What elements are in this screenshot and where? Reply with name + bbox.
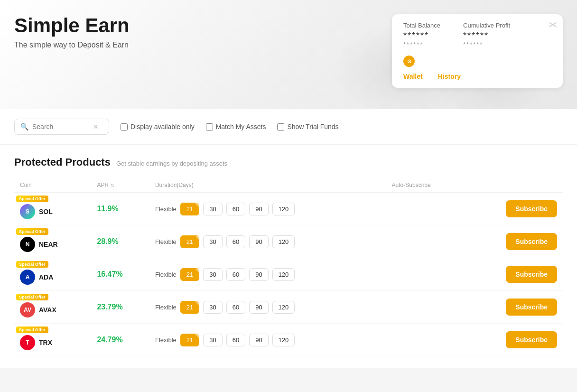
table-row: Special Offer AV AVAX 23.79% Flexible213… [14,291,563,324]
search-input[interactable] [32,123,89,131]
display-available-filter[interactable]: Display available only [121,123,195,131]
search-icon: 🔍 [20,123,28,131]
apr-cell: 23.79% [91,291,149,324]
subscribe-button[interactable]: Subscribe [506,233,557,250]
cumulative-profit: Cumulative Profit ****** ****** [463,22,510,48]
duration-btn-30[interactable]: 30 [203,268,222,281]
subscribe-button[interactable]: Subscribe [506,331,557,348]
duration-btn-60[interactable]: 60 [226,235,245,248]
duration-buttons: Flexible21306090120 [155,203,381,215]
match-assets-filter[interactable]: Match My Assets [206,123,266,131]
duration-btn-30[interactable]: 30 [203,203,222,215]
duration-btn-60[interactable]: 60 [226,203,245,215]
auto-subscribe-header[interactable]: Auto-Subscribe [386,178,465,193]
table-row: Special Offer T TRX 24.79% Flexible21306… [14,324,563,356]
wallet-button[interactable]: Wallet [403,73,423,80]
special-offer-badge: Special Offer [16,228,48,235]
coin-avatar: T [20,335,35,350]
duration-btn-90[interactable]: 90 [249,203,268,215]
balance-card: Total Balance ****** ****** Cumulative P… [392,14,563,88]
balance-row: Total Balance ****** ****** Cumulative P… [403,22,551,48]
apr-cell: 11.9% [91,193,149,225]
duration-btn-90[interactable]: 90 [249,301,268,314]
special-offer-badge: Special Offer [16,196,48,202]
duration-btn-120[interactable]: 120 [272,268,295,281]
duration-btn-90[interactable]: 90 [249,334,268,346]
coin-name: ADA [39,273,53,281]
subscribe-cell: Subscribe [465,225,563,258]
coin-cell: Special Offer T TRX [14,324,91,356]
special-offer-badge: Special Offer [16,261,48,268]
duration-buttons: Flexible21306090120 [155,235,381,248]
show-trial-checkbox[interactable] [277,123,284,131]
apr-value: 28.9% [97,237,118,245]
apr-value: 16.47% [97,270,122,278]
duration-btn-21[interactable]: 21 [180,334,199,346]
main-content: Protected Products Get stable earnings b… [0,145,577,368]
match-assets-checkbox[interactable] [206,123,213,131]
flexible-label: Flexible [155,336,177,344]
balance-actions: Wallet History [403,73,551,80]
cumulative-profit-stars: ****** [463,31,510,41]
duration-buttons: Flexible21306090120 [155,301,381,314]
coin-avatar: S [20,204,35,219]
duration-btn-21[interactable]: 21 [180,203,199,215]
subscribe-button[interactable]: Subscribe [506,299,557,316]
section-header: Protected Products Get stable earnings b… [14,156,563,168]
sort-icon[interactable]: ⇅ [111,183,114,188]
search-box: 🔍 ✕ [14,119,109,135]
cumulative-profit-label: Cumulative Profit [463,22,510,29]
subscribe-button[interactable]: Subscribe [506,200,557,217]
duration-btn-21[interactable]: 21 [180,268,199,281]
apr-value: 24.79% [97,336,122,344]
subscribe-cell: Subscribe [465,324,563,356]
coin-avatar: A [20,270,35,285]
coin-name: SOL [39,208,53,215]
subscribe-cell: Subscribe [465,193,563,225]
duration-btn-30[interactable]: 30 [203,235,222,248]
duration-btn-120[interactable]: 120 [272,203,295,215]
coin-avatar: AV [20,302,35,317]
duration-btn-30[interactable]: 30 [203,301,222,314]
apr-cell: 16.47% [91,258,149,291]
duration-btn-120[interactable]: 120 [272,334,295,346]
hide-icon[interactable] [549,20,557,30]
duration-cell: Flexible21306090120 [149,193,386,225]
display-available-label: Display available only [130,123,195,131]
cumulative-profit-sub: ****** [463,41,510,48]
duration-btn-120[interactable]: 120 [272,235,295,248]
duration-buttons: Flexible21306090120 [155,268,381,281]
subscribe-cell: Subscribe [465,291,563,324]
table-row: Special Offer N NEAR 28.9% Flexible21306… [14,225,563,258]
duration-btn-21[interactable]: 21 [180,301,199,314]
apr-header: APR ⇅ [91,178,149,193]
total-balance-sub: ****** [403,41,440,48]
duration-btn-60[interactable]: 60 [226,334,245,346]
coin-cell: Special Offer A ADA [14,258,91,291]
duration-btn-60[interactable]: 60 [226,301,245,314]
coin-small-icon: ⊙ [403,56,415,67]
duration-btn-60[interactable]: 60 [226,268,245,281]
auto-subscribe-cell [386,291,465,324]
coin-cell: Special Offer S SOL [14,193,91,225]
history-button[interactable]: History [438,73,461,80]
apr-value: 23.79% [97,303,122,311]
duration-btn-120[interactable]: 120 [272,301,295,314]
duration-btn-21[interactable]: 21 [180,235,199,248]
duration-cell: Flexible21306090120 [149,324,386,356]
coin-header: Coin [14,178,91,193]
duration-header: Duration(Days) [149,178,386,193]
coin-name: TRX [39,339,52,346]
search-clear-icon[interactable]: ✕ [93,123,99,131]
duration-btn-30[interactable]: 30 [203,334,222,346]
display-available-checkbox[interactable] [121,123,128,131]
show-trial-filter[interactable]: Show Trial Funds [277,123,338,131]
coin-cell-inner: Special Offer A ADA [20,270,85,285]
coin-cell-inner: Special Offer T TRX [20,335,85,350]
flexible-label: Flexible [155,205,177,213]
flexible-label: Flexible [155,271,177,278]
duration-btn-90[interactable]: 90 [249,235,268,248]
duration-btn-90[interactable]: 90 [249,268,268,281]
section-subtitle: Get stable earnings by depositing assets [116,160,227,167]
subscribe-button[interactable]: Subscribe [506,266,557,283]
